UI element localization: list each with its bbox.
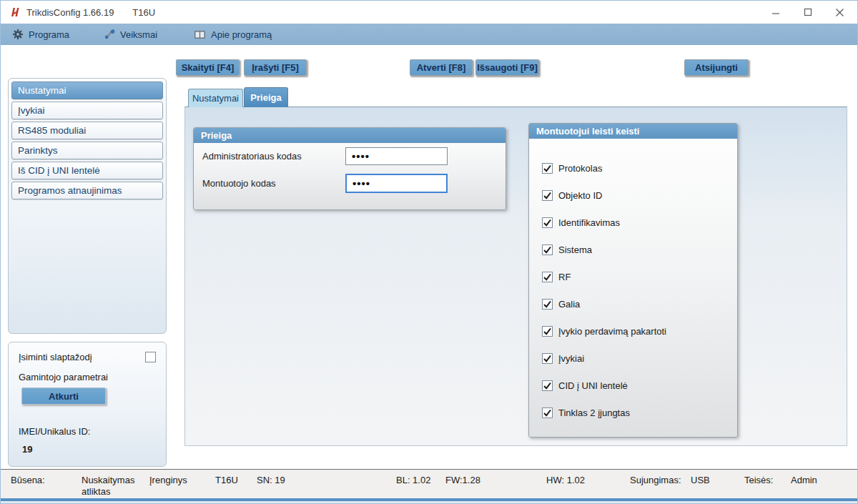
status-irenginys-label: Įrenginys bbox=[149, 475, 187, 485]
window-bottom-edge bbox=[1, 501, 857, 504]
admin-code-label: Administratoriaus kodas bbox=[202, 151, 302, 162]
status-bar: Būsena: Nuskaitymas atliktas Įrenginys T… bbox=[1, 469, 857, 498]
window-title-device: T16U bbox=[132, 7, 155, 18]
sidebar-item-parinktys[interactable]: Parinktys bbox=[11, 142, 163, 159]
restore-button[interactable]: Atkurti bbox=[21, 387, 106, 405]
sidebar-item-is-cid-i-uni-lentele[interactable]: Iš CID į UNI lentelė bbox=[11, 162, 163, 179]
status-fw: FW:1.28 bbox=[445, 475, 480, 485]
sidebar-item-programos-atnaujinimas[interactable]: Programos atnaujinimas bbox=[11, 182, 163, 199]
gear-icon bbox=[12, 29, 24, 40]
status-rights-value: Admin bbox=[791, 475, 817, 485]
checkbox-row-sistema[interactable]: Sistema bbox=[542, 244, 737, 255]
admin-code-input[interactable] bbox=[345, 147, 448, 165]
maximize-icon bbox=[804, 8, 812, 16]
imei-value: 19 bbox=[22, 444, 32, 455]
menu-veiksmai-label: Veiksmai bbox=[120, 29, 157, 40]
maximize-button[interactable] bbox=[792, 1, 824, 24]
checkbox-row-rf[interactable]: RF bbox=[542, 271, 737, 282]
remember-password-checkbox[interactable] bbox=[145, 352, 156, 362]
checkbox-row-ivykiai[interactable]: Įvykiai bbox=[542, 352, 737, 364]
remember-password-label: Įsiminti slaptažodį bbox=[19, 352, 92, 362]
menu-apie-programa[interactable]: Apie programą bbox=[189, 24, 276, 45]
menu-bar: Programa Veiksmai Apie programą bbox=[1, 24, 857, 45]
tab-prieiga[interactable]: Prieiga bbox=[244, 87, 288, 107]
check-icon bbox=[543, 381, 552, 390]
checkbox-label: Identifikavimas bbox=[558, 217, 620, 228]
check-icon bbox=[543, 300, 552, 309]
sidebar-item-nustatymai[interactable]: Nustatymai bbox=[11, 81, 163, 99]
checkbox-label: RF bbox=[558, 272, 571, 282]
sistema-checkbox[interactable] bbox=[542, 244, 553, 255]
status-busena-label: Būsena: bbox=[11, 475, 45, 485]
minimize-button[interactable] bbox=[759, 1, 792, 24]
ivykiai-checkbox[interactable] bbox=[542, 353, 553, 364]
galia-checkbox[interactable] bbox=[542, 299, 553, 310]
status-teises-label: Teisės: bbox=[744, 475, 773, 485]
close-button[interactable] bbox=[824, 1, 856, 24]
status-sujungimas-label: Sujungimas: bbox=[630, 475, 681, 485]
installer-code-label: Montuotojo kodas bbox=[202, 178, 276, 189]
check-icon bbox=[543, 191, 552, 200]
checkbox-label: Galia bbox=[558, 299, 580, 310]
cid-uni-checkbox[interactable] bbox=[542, 380, 553, 391]
installer-checkbox-list: Protokolas Objekto ID Identifikavimas Si… bbox=[529, 139, 737, 418]
check-icon bbox=[543, 408, 552, 417]
checkbox-row-objekto-id[interactable]: Objekto ID bbox=[542, 189, 737, 201]
window-controls bbox=[759, 1, 856, 24]
ivykio-perdavima-checkbox[interactable] bbox=[542, 326, 553, 337]
installer-code-input[interactable] bbox=[345, 174, 448, 193]
menu-programa[interactable]: Programa bbox=[8, 24, 74, 45]
tab-content-panel: Prieiga Administratoriaus kodas Montuoto… bbox=[184, 107, 847, 446]
titlebar: TrikdisConfig 1.66.19 T16U bbox=[1, 1, 857, 24]
identifikavimas-checkbox[interactable] bbox=[542, 217, 553, 228]
tab-nustatymai[interactable]: Nustatymai bbox=[188, 89, 243, 107]
checkbox-row-ivykio-perdavima-pakartoti[interactable]: Įvykio perdavimą pakartoti bbox=[542, 325, 737, 337]
save-button[interactable]: Išsaugoti [F9] bbox=[475, 59, 539, 76]
check-icon bbox=[543, 218, 552, 227]
menu-apie-label: Apie programą bbox=[211, 29, 272, 40]
installer-groupbox-title: Montuotojui leisti keisti bbox=[529, 124, 737, 139]
sidebar-nav-panel: Nustatymai Įvykiai RS485 moduliai Parink… bbox=[8, 78, 167, 334]
rf-checkbox[interactable] bbox=[542, 272, 553, 282]
close-icon bbox=[835, 8, 844, 17]
checkbox-label: Tinklas 2 įjungtas bbox=[558, 407, 630, 418]
checkbox-row-galia[interactable]: Galia bbox=[542, 298, 737, 310]
checkbox-row-identifikavimas[interactable]: Identifikavimas bbox=[542, 217, 737, 228]
sidebar-bottom-panel: Įsiminti slaptažodį Gamintojo parametrai… bbox=[8, 342, 167, 467]
installer-permissions-groupbox: Montuotojui leisti keisti Protokolas Obj… bbox=[528, 123, 738, 438]
read-button[interactable]: Skaityti [F4] bbox=[176, 59, 240, 76]
check-icon bbox=[543, 164, 552, 173]
tinklas2-checkbox[interactable] bbox=[542, 407, 553, 418]
status-connection-value: USB bbox=[691, 475, 710, 485]
remember-password-row: Įsiminti slaptažodį bbox=[19, 352, 156, 362]
open-button[interactable]: Atverti [F8] bbox=[410, 59, 473, 76]
status-sn: SN: 19 bbox=[257, 475, 285, 485]
menu-veiksmai[interactable]: Veiksmai bbox=[99, 24, 162, 45]
app-window: TrikdisConfig 1.66.19 T16U bbox=[0, 0, 858, 504]
access-groupbox: Prieiga Administratoriaus kodas Montuoto… bbox=[193, 127, 506, 210]
wrench-icon bbox=[104, 29, 115, 40]
write-button[interactable]: Įrašyti [F5] bbox=[244, 59, 307, 76]
checkbox-row-cid-i-uni-lentele[interactable]: CID į UNI lentelė bbox=[542, 380, 737, 391]
menu-programa-label: Programa bbox=[29, 29, 69, 40]
minimize-icon bbox=[771, 8, 780, 16]
checkbox-label: Įvykio perdavimą pakartoti bbox=[558, 326, 666, 337]
status-hw: HW: 1.02 bbox=[546, 475, 585, 485]
checkbox-label: Protokolas bbox=[558, 163, 602, 174]
protokolas-checkbox[interactable] bbox=[542, 163, 553, 174]
checkbox-label: Sistema bbox=[558, 244, 592, 255]
check-icon bbox=[543, 327, 552, 336]
objekto-id-checkbox[interactable] bbox=[542, 190, 553, 201]
check-icon bbox=[543, 354, 552, 363]
access-groupbox-title: Prieiga bbox=[194, 128, 506, 143]
sidebar-item-rs485-moduliai[interactable]: RS485 moduliai bbox=[11, 122, 163, 139]
checkbox-row-protokolas[interactable]: Protokolas bbox=[542, 162, 737, 174]
checkbox-label: Objekto ID bbox=[558, 190, 602, 201]
disconnect-button[interactable]: Atsijungti bbox=[684, 59, 749, 76]
status-busena-value: Nuskaitymas atliktas bbox=[82, 475, 149, 498]
checkbox-row-tinklas-2-ijungtas[interactable]: Tinklas 2 įjungtas bbox=[542, 407, 737, 418]
imei-label: IMEI/Unikalus ID: bbox=[19, 426, 90, 437]
status-device-value: T16U bbox=[215, 475, 238, 485]
checkbox-label: CID į UNI lentelė bbox=[558, 380, 628, 391]
sidebar-item-ivykiai[interactable]: Įvykiai bbox=[11, 102, 163, 119]
